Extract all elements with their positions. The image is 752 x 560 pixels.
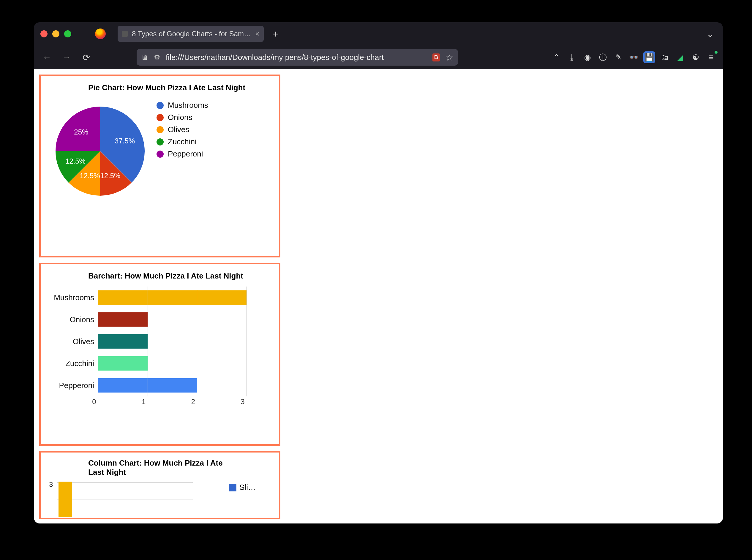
page-viewport[interactable]: Pie Chart: How Much Pizza I Ate Last Nig… <box>34 69 723 523</box>
extension-badge[interactable]: B <box>432 54 440 61</box>
bar-category-label: Olives <box>50 337 98 346</box>
legend-item[interactable]: Pepperoni <box>157 149 208 159</box>
tabs-overflow-button[interactable]: ⌄ <box>707 29 714 39</box>
legend-label: Olives <box>168 125 189 134</box>
extension-icon-4[interactable]: 👓 <box>628 52 640 63</box>
extension-icon-8[interactable]: ☯ <box>690 52 701 63</box>
app-menu-button[interactable]: ≡ <box>705 52 717 63</box>
bar-category-label: Mushrooms <box>50 293 98 302</box>
firefox-logo-icon <box>95 28 106 39</box>
column-legend: Sli… <box>229 483 256 492</box>
bar-track <box>98 291 246 305</box>
legend-label: Onions <box>168 113 192 122</box>
pocket-icon[interactable]: ⌃ <box>551 52 562 63</box>
bar-fill-onions[interactable] <box>98 312 147 327</box>
bar-fill-olives[interactable] <box>98 334 147 348</box>
url-text: file:///Users/nathan/Downloads/my pens/8… <box>166 53 427 62</box>
pie-slice-label: 37.5% <box>115 137 135 145</box>
extension-icon-5[interactable]: 💾 <box>643 52 655 63</box>
column-legend-label: Sli… <box>239 483 256 492</box>
pie-slice-label: 25% <box>74 128 88 136</box>
bar-row: Onions <box>50 308 270 331</box>
new-tab-button[interactable]: + <box>270 28 281 40</box>
extension-icon-6[interactable]: 🗂 <box>659 52 671 63</box>
window-controls <box>40 30 71 37</box>
forward-button[interactable]: → <box>59 50 74 64</box>
pie-chart-title: Pie Chart: How Much Pizza I Ate Last Nig… <box>88 83 270 92</box>
legend-label: Zucchini <box>168 137 197 146</box>
tab-favicon-icon <box>122 31 128 37</box>
pie-slice-label: 12.5% <box>65 157 85 165</box>
column-legend-swatch <box>229 484 236 492</box>
page-info-icon[interactable]: 🗎 <box>141 53 149 61</box>
permissions-icon[interactable]: ⚙ <box>154 53 160 61</box>
downloads-icon[interactable]: ⭳ <box>566 52 578 63</box>
url-bar[interactable]: 🗎 ⚙ file:///Users/nathan/Downloads/my pe… <box>137 49 458 66</box>
legend-label: Mushrooms <box>168 101 208 110</box>
back-button[interactable]: ← <box>40 50 54 64</box>
bar-xtick: 1 <box>142 398 145 406</box>
column-chart-card: Column Chart: How Much Pizza I Ate Last … <box>39 451 280 519</box>
legend-label: Pepperoni <box>168 149 203 159</box>
bar-fill-zucchini[interactable] <box>98 356 147 371</box>
bookmark-star-icon[interactable]: ☆ <box>445 52 453 63</box>
column-ytick: 3 <box>49 480 53 489</box>
minimize-window-button[interactable] <box>52 30 59 37</box>
pie-slice-label: 12.5% <box>100 172 120 180</box>
bar-xtick: 0 <box>92 398 96 406</box>
bar-xtick: 3 <box>241 398 244 406</box>
reload-button[interactable]: ⟳ <box>79 50 93 64</box>
legend-swatch-icon <box>157 102 164 109</box>
bar-category-label: Zucchini <box>50 359 98 368</box>
bar-track <box>98 356 246 371</box>
bar-xtick: 2 <box>191 398 195 406</box>
toolbar-right: ⌃ ⭳ ◉ ⓘ ✎ 👓 💾 🗂 ◢ ☯ ≡ <box>551 52 717 63</box>
legend-swatch-icon <box>157 138 164 145</box>
legend-item[interactable]: Onions <box>157 113 208 122</box>
bar-chart[interactable]: MushroomsOnionsOlivesZucchiniPepperoni01… <box>50 286 270 406</box>
pie-chart-card: Pie Chart: How Much Pizza I Ate Last Nig… <box>39 75 280 257</box>
extension-icon-3[interactable]: ✎ <box>612 52 624 63</box>
bar-fill-mushrooms[interactable] <box>98 291 246 305</box>
column-gridline-2 <box>57 499 193 500</box>
bar-category-label: Onions <box>50 315 98 324</box>
bar-row: Pepperoni <box>50 375 270 396</box>
bar-row: Olives <box>50 331 270 353</box>
close-window-button[interactable] <box>40 30 47 37</box>
bar-row: Zucchini <box>50 353 270 375</box>
column-chart-title: Column Chart: How Much Pizza I Ate Last … <box>88 458 225 477</box>
legend-swatch-icon <box>157 151 164 158</box>
bar-track <box>98 312 246 327</box>
tab-close-icon[interactable]: × <box>255 30 260 38</box>
extension-icon-2[interactable]: ⓘ <box>597 52 609 63</box>
legend-swatch-icon <box>157 114 164 121</box>
pie-slice-label: 12.5% <box>80 172 100 180</box>
bar-x-axis: 0123 <box>94 398 243 406</box>
browser-tab[interactable]: 8 Types of Google Charts - for Sam… × <box>118 26 264 42</box>
bar-track <box>98 334 246 348</box>
toolbar: ← → ⟳ 🗎 ⚙ file:///Users/nathan/Downloads… <box>34 45 723 69</box>
extension-icon-1[interactable]: ◉ <box>581 52 593 63</box>
legend-item[interactable]: Olives <box>157 125 208 134</box>
tab-title: 8 Types of Google Charts - for Sam… <box>132 30 251 38</box>
legend-item[interactable]: Mushrooms <box>157 101 208 110</box>
column-bar-1[interactable] <box>59 482 72 517</box>
tab-bar: 8 Types of Google Charts - for Sam… × + … <box>34 22 723 45</box>
bar-chart-card: Barchart: How Much Pizza I Ate Last Nigh… <box>39 263 280 446</box>
extension-icon-7[interactable]: ◢ <box>674 52 686 63</box>
bar-track <box>98 378 246 393</box>
legend-item[interactable]: Zucchini <box>157 137 208 146</box>
pie-legend: MushroomsOnionsOlivesZucchiniPepperoni <box>157 101 208 196</box>
legend-swatch-icon <box>157 126 164 133</box>
maximize-window-button[interactable] <box>64 30 71 37</box>
bar-chart-title: Barchart: How Much Pizza I Ate Last Nigh… <box>88 272 270 281</box>
bar-category-label: Pepperoni <box>50 381 98 390</box>
bar-row: Mushrooms <box>50 286 270 308</box>
browser-window: 8 Types of Google Charts - for Sam… × + … <box>34 22 723 523</box>
column-chart[interactable]: 3 Sli… <box>50 482 270 517</box>
pie-chart[interactable]: 37.5%12.5%12.5%12.5%25% <box>56 106 145 196</box>
